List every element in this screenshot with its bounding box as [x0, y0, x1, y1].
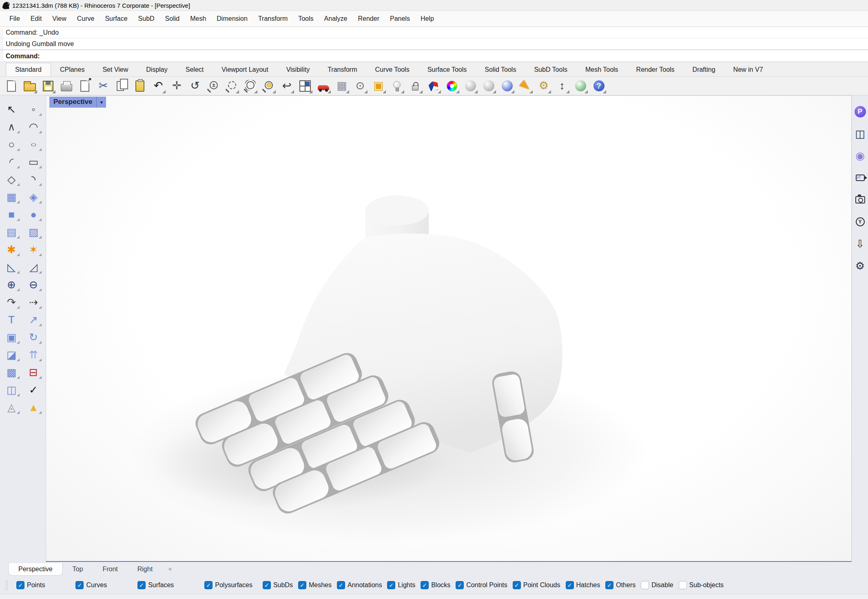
filter-polysurfaces-checkbox[interactable]: ✓ [204, 581, 213, 589]
lock-object-icon[interactable] [407, 78, 423, 94]
ellipse-icon[interactable]: ○ [24, 137, 42, 152]
box-icon[interactable]: ■ [2, 207, 20, 222]
select-cursor-icon[interactable]: ↖ [2, 102, 20, 117]
toolbar-tab-visibility[interactable]: Visibility [277, 63, 319, 76]
grasshopper-icon[interactable] [572, 78, 589, 94]
gumball-icon[interactable] [517, 78, 534, 94]
menu-item-file[interactable]: File [4, 13, 25, 25]
trim-icon[interactable]: ⊟ [24, 365, 42, 380]
toolbar-tab-viewport-layout[interactable]: Viewport Layout [213, 63, 277, 76]
color-picker-icon[interactable] [444, 78, 460, 94]
rectangle-icon[interactable]: ▭ [24, 155, 42, 169]
filter-points-checkbox[interactable]: ✓ [16, 581, 24, 589]
primitives-icon[interactable]: ◬ [2, 400, 20, 415]
toolbar-tab-subd-tools[interactable]: SubD Tools [525, 63, 576, 76]
settings-gear-icon[interactable]: ⚙ [854, 259, 867, 272]
toolbar-tab-set-view[interactable]: Set View [93, 63, 137, 76]
polygon-icon[interactable]: ◇ [2, 172, 20, 187]
toolbar-tab-cplanes[interactable]: CPlanes [51, 63, 93, 76]
menu-item-surface[interactable]: Surface [100, 13, 133, 25]
help-icon[interactable]: ? [591, 78, 607, 94]
add-viewport-tab-icon[interactable]: + [168, 565, 172, 573]
menu-item-subd[interactable]: SubD [133, 13, 160, 25]
cylinder-surface-icon[interactable]: ▤ [2, 225, 20, 239]
toolbar-tab-drafting[interactable]: Drafting [684, 63, 724, 76]
boolean-difference-icon[interactable]: ⊖ [24, 277, 42, 292]
rotate-icon[interactable]: ↻ [24, 330, 42, 345]
menu-item-view[interactable]: View [47, 13, 71, 25]
filter-subds-checkbox[interactable]: ✓ [263, 581, 271, 589]
cut-icon[interactable]: ✂ [95, 78, 111, 94]
cplane-icon[interactable]: ▦ [334, 78, 350, 94]
filter-sub-objects-checkbox[interactable]: ✓ [679, 581, 687, 589]
menu-item-tools[interactable]: Tools [293, 13, 319, 25]
menu-item-help[interactable]: Help [415, 13, 439, 25]
hide-object-icon[interactable]: ⊙ [352, 78, 368, 94]
viewport-tab-top[interactable]: Top [63, 563, 93, 575]
toolbar-tab-render-tools[interactable]: Render Tools [627, 63, 684, 76]
boolean-union-icon[interactable]: ⊕ [2, 277, 20, 292]
viewport-title-dropdown-icon[interactable]: ▼ [96, 97, 106, 108]
fillet-corner-icon[interactable]: ◝ [24, 172, 42, 187]
render-cube-icon[interactable]: ◫ [854, 127, 867, 140]
options-gear-icon[interactable]: ⚙ [536, 78, 552, 94]
undo-icon[interactable]: ↶ [150, 78, 166, 94]
chamfer-edge-icon[interactable]: ◿ [24, 260, 42, 274]
explode-icon[interactable]: ✶ [24, 242, 42, 257]
paste-icon[interactable] [132, 78, 148, 94]
menu-item-panels[interactable]: Panels [385, 13, 415, 25]
filter-annotations-checkbox[interactable]: ✓ [337, 581, 345, 589]
filter-point-clouds-checkbox[interactable]: ✓ [513, 581, 521, 589]
new-file-icon[interactable] [3, 78, 20, 94]
zoom-window-icon[interactable] [224, 78, 240, 94]
export-page-icon[interactable] [77, 78, 93, 94]
control-curve-icon[interactable]: ◠ [24, 119, 42, 134]
toolbar-tab-transform[interactable]: Transform [319, 63, 366, 76]
extend-curve-icon[interactable]: ↷ [2, 295, 20, 309]
save-file-icon[interactable] [40, 78, 56, 94]
menu-item-mesh[interactable]: Mesh [185, 13, 211, 25]
menu-item-analyze[interactable]: Analyze [319, 13, 353, 25]
pyramid-icon[interactable]: ▲ [24, 400, 42, 415]
extrude-icon[interactable]: ⇈ [24, 347, 42, 362]
filter-control-points-checkbox[interactable]: ✓ [456, 581, 464, 589]
undo-view-icon[interactable]: ↩ [279, 78, 295, 94]
menu-item-solid[interactable]: Solid [160, 13, 185, 25]
array-icon[interactable]: ▩ [2, 365, 20, 380]
layer-panel-icon[interactable] [425, 78, 442, 94]
filter-disable-checkbox[interactable]: ✓ [641, 581, 649, 589]
viewport-layout-icon[interactable] [297, 78, 313, 94]
rotate-view-icon[interactable]: ↺ [187, 78, 203, 94]
polyline-icon[interactable]: ∧ [2, 119, 20, 134]
command-prompt[interactable]: Command: [0, 50, 868, 62]
animation-icon[interactable] [854, 171, 867, 184]
dimension-icon[interactable]: ↕ [554, 78, 570, 94]
arc-icon[interactable]: ◜ [2, 155, 20, 169]
filter-lights-checkbox[interactable]: ✓ [387, 581, 395, 589]
patch-surface-icon[interactable]: ◈ [24, 190, 42, 204]
perspective-viewport[interactable]: Perspective ▼ [46, 95, 852, 562]
interactive-render-icon[interactable]: ◉ [854, 149, 867, 162]
circle-icon[interactable]: ○ [2, 137, 20, 152]
text-icon[interactable]: T [2, 312, 20, 327]
named-view-icon[interactable] [315, 78, 332, 94]
sphere-icon[interactable]: ● [24, 207, 42, 222]
filter-bar-grip[interactable] [6, 580, 8, 590]
toolbar-tab-solid-tools[interactable]: Solid Tools [476, 63, 525, 76]
copy-icon[interactable] [113, 78, 130, 94]
split-icon[interactable]: ◫ [2, 382, 20, 397]
show-object-icon[interactable] [389, 78, 405, 94]
zoom-selected-icon[interactable] [260, 78, 277, 94]
command-grip[interactable] [1, 29, 3, 60]
filter-hatches-checkbox[interactable]: ✓ [566, 581, 574, 589]
snapshot-icon[interactable] [854, 193, 867, 206]
toolbar-tab-new-in-v7[interactable]: New in V7 [724, 63, 772, 76]
zoom-dynamic-icon[interactable]: ± [205, 78, 221, 94]
viewport-tab-front[interactable]: Front [93, 563, 127, 575]
menu-item-curve[interactable]: Curve [72, 13, 100, 25]
point-icon[interactable]: ◦ [24, 102, 42, 117]
open-file-icon[interactable] [22, 78, 38, 94]
menu-item-edit[interactable]: Edit [25, 13, 47, 25]
viewport-title-label[interactable]: Perspective [49, 97, 96, 108]
twisted-surface-icon[interactable]: ▨ [24, 225, 42, 239]
